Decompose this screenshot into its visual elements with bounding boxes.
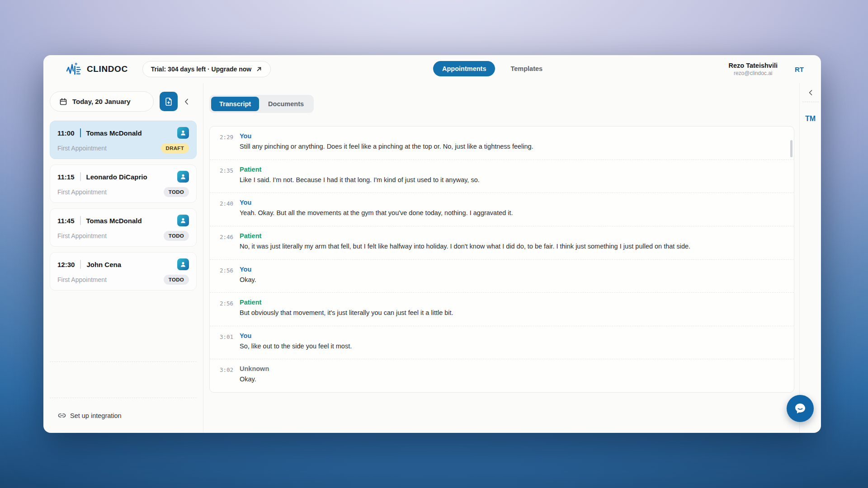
rail-collapse-button[interactable] [808, 89, 813, 96]
transcript-speaker: Patient [240, 232, 690, 239]
appointment-row-top: 11:15 Leonardo DiCaprio [57, 171, 189, 183]
appointment-divider [80, 128, 81, 137]
chevron-left-icon [184, 98, 189, 105]
right-rail: TM [799, 83, 821, 433]
appointment-row-bottom: First Appointment TODO [57, 275, 189, 285]
transcript-timestamp: 3:02 [210, 365, 240, 392]
user-info: Rezo Tateishvili rezo@clindoc.ai RT [728, 62, 807, 76]
appointment-divider [80, 172, 81, 181]
transcript-entry: You Yeah. Okay. But all the movements at… [240, 199, 513, 226]
content-tab[interactable]: Documents [260, 97, 312, 111]
transcript-entry: You Okay. [240, 266, 256, 293]
content-tab[interactable]: Transcript [211, 97, 259, 111]
transcript-timestamp: 2:35 [210, 166, 240, 193]
scrollbar-thumb[interactable] [790, 140, 793, 157]
appointment-row-bottom: First Appointment TODO [57, 231, 189, 241]
main-nav-tabs: AppointmentsTemplates [433, 61, 552, 76]
transcript-entry: Patient But obviously that movement, it'… [240, 299, 453, 326]
brand: CLINDOC [66, 62, 128, 76]
user-avatar-initials[interactable]: RT [795, 66, 807, 73]
transcript-timestamp: 2:46 [210, 232, 240, 259]
transcript-speaker: You [240, 266, 256, 273]
transcript-speaker: Patient [240, 299, 453, 306]
patient-tab-initials[interactable]: TM [805, 115, 816, 123]
transcript-row: 3:02 Unknown Okay. [210, 359, 794, 392]
chevron-left-icon [808, 89, 813, 96]
appointment-divider [80, 216, 81, 225]
appointment-row-top: 12:30 John Cena [57, 258, 189, 270]
support-chat-button[interactable] [787, 395, 814, 422]
appointment-row-bottom: First Appointment DRAFT [57, 143, 189, 153]
appointment-patient-name: Leonardo DiCaprio [86, 173, 147, 181]
appointment-card[interactable]: 11:45 Tomas McDonald First Ap [50, 208, 197, 247]
status-badge: TODO [164, 187, 189, 197]
app-window: CLINDOC Trial: 304 days left · Upgrade n… [43, 55, 821, 433]
status-badge: TODO [164, 275, 189, 285]
transcript-speaker: Patient [240, 166, 480, 173]
appointment-type: First Appointment [57, 232, 107, 239]
person-icon [180, 261, 186, 267]
transcript-text: Yeah. Okay. But all the movements at the… [240, 209, 513, 216]
user-email: rezo@clindoc.ai [728, 70, 778, 76]
file-plus-icon [165, 97, 173, 106]
transcript-text: No, it was just literally my arm that fe… [240, 243, 690, 250]
calendar-icon [59, 98, 67, 106]
appointment-row-top: 11:45 Tomas McDonald [57, 215, 189, 226]
transcript-timestamp: 2:40 [210, 199, 240, 226]
setup-integration-link[interactable]: Set up integration [50, 398, 197, 433]
new-appointment-button[interactable] [160, 92, 178, 111]
transcript-timestamp: 2:56 [210, 266, 240, 293]
transcript-row: 2:56 You Okay. [210, 260, 794, 293]
nav-tab[interactable]: Templates [501, 61, 552, 76]
arrow-up-right-icon [256, 66, 262, 72]
transcript-entry: Patient Like I said. I'm not. Because I … [240, 166, 480, 193]
appointment-patient-name: Tomas McDonald [86, 129, 142, 137]
appointment-card[interactable]: 11:15 Leonardo DiCaprio First [50, 164, 197, 203]
transcript-text: Like I said. I'm not. Because I had it t… [240, 176, 480, 183]
appointment-card[interactable]: 11:00 Tomas McDonald First Ap [50, 121, 197, 159]
transcript-timestamp: 3:01 [210, 332, 240, 359]
appointment-time: 11:00 [57, 129, 75, 137]
transcript-row: 2:46 Patient No, it was just literally m… [210, 226, 794, 260]
transcript-text: Okay. [240, 375, 269, 383]
appointment-row-top: 11:00 Tomas McDonald [57, 127, 189, 139]
transcript-timestamp: 2:29 [210, 132, 240, 160]
transcript-panel: 2:29 You Still any pinching or anything.… [209, 126, 794, 393]
appointment-patient-name: Tomas McDonald [86, 217, 142, 225]
patient-avatar [177, 215, 189, 226]
brand-name: CLINDOC [87, 64, 128, 74]
status-badge: DRAFT [161, 143, 189, 153]
waveform-logo-icon [66, 62, 83, 76]
sidebar-divider [50, 361, 197, 362]
date-picker-button[interactable]: Today, 20 January [50, 91, 154, 112]
transcript-row: 2:40 You Yeah. Okay. But all the movemen… [210, 193, 794, 226]
appointment-type: First Appointment [57, 145, 107, 152]
user-meta: Rezo Tateishvili rezo@clindoc.ai [728, 62, 778, 76]
appointment-type: First Appointment [57, 276, 107, 283]
transcript-entry: Unknown Okay. [240, 365, 269, 392]
content-area: Today, 20 January [43, 83, 821, 433]
transcript-documents-tabs: TranscriptDocuments [209, 95, 314, 113]
transcript-row: 3:01 You So, like out to the side you fe… [210, 326, 794, 360]
patient-avatar [177, 258, 189, 270]
nav-tab[interactable]: Appointments [433, 61, 495, 76]
trial-upgrade-pill[interactable]: Trial: 304 days left · Upgrade now [142, 61, 271, 77]
transcript-entry: Patient No, it was just literally my arm… [240, 232, 690, 259]
transcript-text: So, like out to the side you feel it mos… [240, 343, 352, 350]
patient-avatar [177, 171, 189, 183]
patient-avatar [177, 127, 189, 139]
sidebar-toolbar: Today, 20 January [50, 91, 197, 112]
sidebar-collapse-button[interactable] [184, 98, 189, 105]
appointment-type: First Appointment [57, 188, 107, 196]
user-name: Rezo Tateishvili [728, 62, 778, 69]
appointment-divider [80, 260, 81, 269]
transcript-rows: 2:29 You Still any pinching or anything.… [210, 127, 794, 392]
desktop-background: { "header": { "brand": "CLINDOC", "trial… [0, 0, 868, 488]
appointment-time: 11:45 [57, 217, 75, 225]
transcript-row: 2:35 Patient Like I said. I'm not. Becau… [210, 160, 794, 193]
transcript-text: But obviously that movement, it's just l… [240, 309, 453, 316]
person-icon [180, 174, 186, 180]
appointment-card[interactable]: 12:30 John Cena First Appoint [50, 252, 197, 291]
person-icon [180, 217, 186, 224]
setup-integration-label: Set up integration [70, 412, 122, 419]
